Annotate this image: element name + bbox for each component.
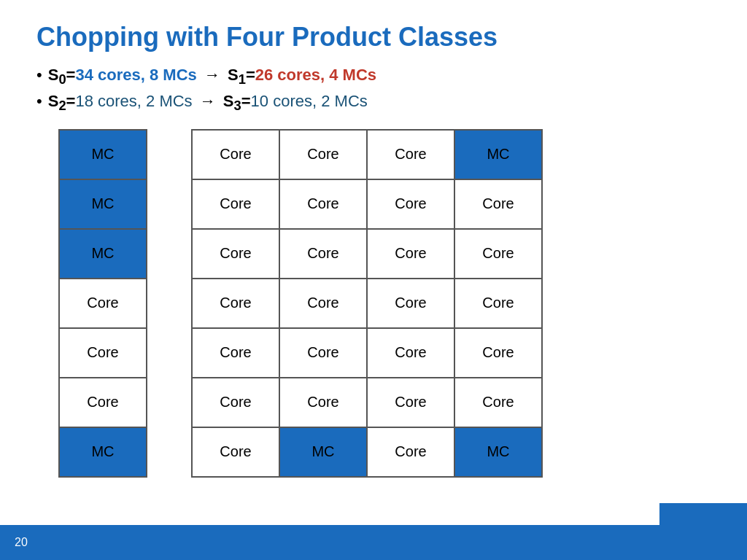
bullet-1: • S0 = 34 cores, 8 MCs → S1 = 26 cores, … <box>36 66 711 88</box>
right-cell-1-0: Core <box>192 179 279 229</box>
bullet-2: • S2 = 18 cores, 2 MCs → S3 = 10 cores, … <box>36 92 711 114</box>
arrow-2: → <box>196 92 220 111</box>
right-cell-5-0: Core <box>192 378 279 427</box>
s2-label: S2 <box>48 92 66 114</box>
page-number: 20 <box>15 536 28 549</box>
bullet-list: • S0 = 34 cores, 8 MCs → S1 = 26 cores, … <box>36 66 711 114</box>
right-cell-4-1: Core <box>279 328 367 378</box>
right-cell-4-0: Core <box>192 328 279 378</box>
right-cell-3-1: Core <box>279 279 367 328</box>
right-cell-0-1: Core <box>279 130 367 179</box>
s0-value: 34 cores, 8 MCs <box>75 66 196 85</box>
s1-eq: = <box>246 66 255 85</box>
bottom-bar: 20 <box>0 525 747 560</box>
slide-title: Chopping with Four Product Classes <box>36 22 711 52</box>
arrow-1: → <box>200 66 225 85</box>
s1-value: 26 cores, 4 MCs <box>255 66 376 85</box>
s0-eq: = <box>66 66 76 85</box>
right-cell-2-3: Core <box>454 229 542 279</box>
s2-value: 18 cores, 2 MCs <box>75 92 192 111</box>
right-cell-6-1: MC <box>279 427 367 477</box>
right-cell-3-2: Core <box>367 279 454 328</box>
s2-eq: = <box>66 92 76 111</box>
s1-label: S1 <box>228 66 246 88</box>
right-cell-2-2: Core <box>367 229 454 279</box>
right-cell-5-3: Core <box>454 378 542 427</box>
slide: Chopping with Four Product Classes • S0 … <box>0 0 747 560</box>
left-cell-3: Core <box>59 279 147 328</box>
left-cell-0: MC <box>59 130 147 179</box>
right-cell-1-3: Core <box>454 179 542 229</box>
bullet-dot-1: • <box>36 66 42 85</box>
s3-label: S3 <box>223 92 241 114</box>
right-cell-0-0: Core <box>192 130 279 179</box>
right-cell-6-0: Core <box>192 427 279 477</box>
left-table: MCMCMCCoreCoreCoreMC <box>58 129 147 478</box>
left-cell-1: MC <box>59 179 147 229</box>
right-cell-1-2: Core <box>367 179 454 229</box>
right-cell-2-0: Core <box>192 229 279 279</box>
right-cell-0-3: MC <box>454 130 542 179</box>
right-cell-3-3: Core <box>454 279 542 328</box>
right-cell-5-2: Core <box>367 378 454 427</box>
right-cell-4-2: Core <box>367 328 454 378</box>
s3-value: 10 cores, 2 MCs <box>251 92 368 111</box>
right-cell-6-2: Core <box>367 427 454 477</box>
left-cell-5: Core <box>59 378 147 427</box>
left-cell-6: MC <box>59 427 147 477</box>
right-cell-5-1: Core <box>279 378 367 427</box>
left-cell-2: MC <box>59 229 147 279</box>
right-cell-0-2: Core <box>367 130 454 179</box>
right-cell-6-3: MC <box>454 427 542 477</box>
right-cell-2-1: Core <box>279 229 367 279</box>
bullet-dot-2: • <box>36 92 42 111</box>
left-cell-4: Core <box>59 328 147 378</box>
tables-container: MCMCMCCoreCoreCoreMC CoreCoreCoreMCCoreC… <box>58 129 711 478</box>
right-cell-4-3: Core <box>454 328 542 378</box>
right-cell-1-1: Core <box>279 179 367 229</box>
s3-eq: = <box>241 92 251 111</box>
bottom-right-decoration <box>659 503 747 525</box>
s0-label: S0 <box>48 66 66 88</box>
right-table: CoreCoreCoreMCCoreCoreCoreCoreCoreCoreCo… <box>191 129 543 478</box>
right-cell-3-0: Core <box>192 279 279 328</box>
